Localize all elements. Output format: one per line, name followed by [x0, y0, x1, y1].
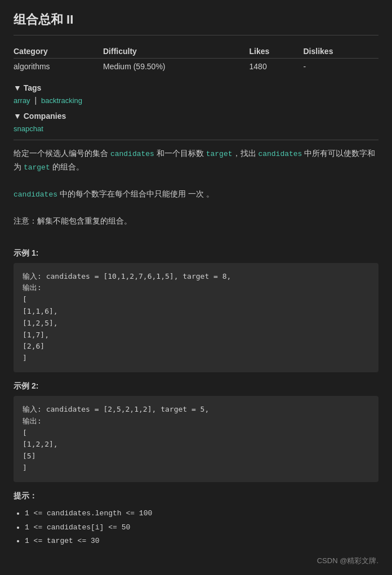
tags-section: ▼ Tags array | backtracking	[14, 83, 378, 105]
example2-code: 输入: candidates = [2,5,2,1,2], target = 5…	[14, 396, 378, 482]
note: 注意：解集不能包含重复的组合。	[14, 215, 378, 228]
example1-code: 输入: candidates = [10,1,2,7,6,1,5], targe…	[14, 263, 378, 372]
tag-separator: |	[35, 96, 37, 105]
cell-difficulty: Medium (59.50%)	[103, 59, 250, 75]
col-header-likes: Likes	[250, 44, 304, 59]
desc-code1: candidates	[110, 150, 154, 158]
cell-likes: 1480	[250, 59, 304, 75]
companies-title: ▼ Companies	[14, 112, 378, 121]
meta-table: Category Difficulty Likes Dislikes algor…	[14, 44, 378, 74]
desc-code4: target	[24, 163, 50, 172]
desc-code3: candidates	[258, 150, 302, 158]
tag-backtracking[interactable]: backtracking	[41, 96, 82, 105]
description-block: 给定一个候选人编号的集合 candidates 和一个目标数 target，找出…	[14, 147, 378, 228]
col-header-dislikes: Dislikes	[304, 44, 379, 59]
example2-title: 示例 2:	[14, 381, 378, 391]
page-title: 组合总和 II	[14, 11, 378, 35]
divider	[14, 140, 378, 140]
table-row: algorithms Medium (59.50%) 1480 -	[14, 59, 378, 75]
cell-category: algorithms	[14, 59, 103, 75]
tag-array[interactable]: array	[14, 96, 30, 105]
hint-item-1: 1 <= candidates.length <= 100	[25, 507, 378, 521]
tags-title: ▼ Tags	[14, 83, 378, 92]
hint-item-2: 1 <= candidates[i] <= 50	[25, 521, 378, 535]
desc-line2: 为 target 的组合。	[14, 161, 378, 174]
desc-prefix1: 给定一个候选人编号的集合	[14, 149, 110, 158]
desc-line1: 给定一个候选人编号的集合 candidates 和一个目标数 target，找出…	[14, 147, 378, 161]
desc-code5: candidates	[14, 190, 57, 199]
companies-section: ▼ Companies snapchat	[14, 112, 378, 133]
desc-suffix1: ，找出	[233, 149, 259, 158]
example1-pre: 输入: candidates = [10,1,2,7,6,1,5], targe…	[23, 271, 369, 364]
hints-title: 提示：	[14, 491, 378, 501]
desc-suffix3: 的组合。	[50, 162, 84, 171]
hints-section: 提示： 1 <= candidates.length <= 100 1 <= c…	[14, 491, 378, 549]
desc-prefix2: 为	[14, 162, 24, 171]
col-header-difficulty: Difficulty	[103, 44, 250, 59]
hint-item-3: 1 <= target <= 30	[25, 534, 378, 549]
desc-suffix4: 中的每个数字在每个组合中只能使用 一次 。	[57, 189, 214, 198]
example1-title: 示例 1:	[14, 248, 378, 258]
cell-dislikes: -	[304, 59, 379, 75]
desc-code2: target	[206, 150, 233, 158]
hints-list: 1 <= candidates.length <= 100 1 <= candi…	[14, 507, 378, 549]
company-snapchat[interactable]: snapchat	[14, 124, 43, 133]
desc-suffix2: 中所有可以使数字和	[302, 149, 375, 158]
example2-pre: 输入: candidates = [2,5,2,1,2], target = 5…	[23, 404, 369, 474]
desc-line3: candidates 中的每个数字在每个组合中只能使用 一次 。	[14, 188, 378, 201]
col-header-category: Category	[14, 44, 103, 59]
footer-brand: CSDN @精彩文牌.	[317, 556, 378, 566]
desc-mid1: 和一个目标数	[154, 149, 206, 158]
